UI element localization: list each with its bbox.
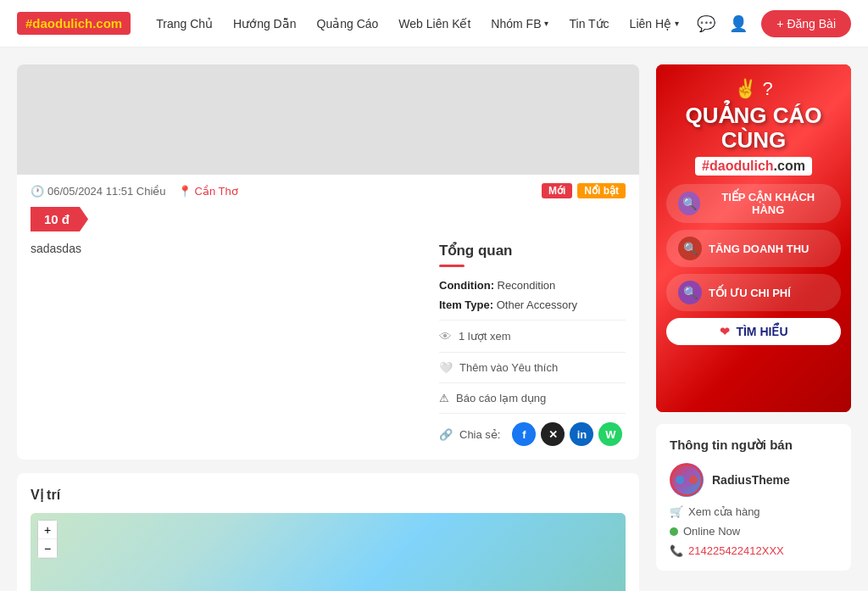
warning-icon: ⚠ [439, 392, 449, 404]
avatar-logo-icon [670, 463, 704, 497]
pin-icon: 📍 [178, 185, 192, 198]
nav-lien-he[interactable]: Liên Hệ [630, 17, 679, 31]
logo-tld: .com [92, 16, 122, 31]
seller-avatar [670, 463, 704, 497]
ad-title: QUẢNG CÁO CÙNG [666, 103, 841, 152]
nav-nhom-fb[interactable]: Nhóm FB [491, 17, 548, 31]
views-stat: 👁 1 lượt xem [439, 329, 626, 343]
listing-date: 🕐 06/05/2024 11:51 Chiều [31, 185, 166, 198]
listing-description: sadasdas [31, 242, 422, 446]
seller-online-status: Online Now [670, 525, 837, 538]
meta-left: 🕐 06/05/2024 11:51 Chiều 📍 Cần Thơ [31, 185, 238, 198]
logo-name: daodulich [32, 16, 92, 31]
user-icon-button[interactable]: 👤 [729, 14, 748, 33]
heart-icon-ad: ❤ [720, 325, 730, 338]
clock-icon: 🕐 [31, 185, 44, 198]
svg-point-2 [676, 476, 684, 484]
main-column: 🕐 06/05/2024 11:51 Chiều 📍 Cần Thơ Mới N… [17, 64, 639, 591]
share-facebook-button[interactable]: f [512, 422, 536, 446]
ad-brand-text: daodulich [709, 159, 774, 173]
listing-body: sadasdas Tổng quan Condition: Reconditio… [17, 242, 639, 446]
listing-badges: Mới Nổi bật [542, 183, 626, 198]
ad-icon-1: 🔍 [678, 192, 700, 215]
badge-moi: Mới [542, 183, 572, 198]
seller-name: RadiusTheme [712, 473, 790, 487]
share-x-button[interactable]: ✕ [541, 422, 565, 446]
listing-overview: Tổng quan Condition: Recondition Item Ty… [439, 242, 626, 446]
report-action[interactable]: ⚠ Báo cáo lạm dụng [439, 392, 626, 404]
ad-content: ✌️ ? QUẢNG CÁO CÙNG #daodulich.com 🔍 TIẾ… [666, 78, 841, 345]
ad-btn-toi-uu[interactable]: 🔍 TỐI ƯU CHI PHÍ [666, 274, 841, 311]
ad-icon-2: 🔍 [678, 237, 702, 260]
logo[interactable]: #daodulich.com [17, 12, 131, 35]
badge-noibat: Nổi bật [577, 183, 626, 198]
seller-card-title: Thông tin người bán [670, 438, 837, 453]
nav-trang-chu[interactable]: Trang Chủ [156, 17, 213, 31]
listing-location: 📍 Cần Thơ [178, 185, 238, 198]
map-zoom-out-button[interactable]: − [38, 539, 57, 558]
nav-huong-dan[interactable]: Hướng Dẫn [233, 17, 296, 31]
map-placeholder: + − [31, 513, 626, 591]
seller-info: RadiusTheme [670, 463, 837, 497]
map-zoom-controls: + − [37, 520, 58, 559]
ad-btn-tang-doanh[interactable]: 🔍 TĂNG DOANH THU [666, 230, 841, 267]
nav-web-lien-ket[interactable]: Web Liên Kết [398, 17, 470, 31]
share-icons: f ✕ in W [512, 422, 622, 446]
header-actions: 💬 👤 + Đăng Bài [697, 10, 851, 37]
share-linkedin-button[interactable]: in [570, 422, 593, 446]
dang-bai-button[interactable]: + Đăng Bài [761, 10, 851, 37]
ad-deco: ✌️ ? [666, 78, 841, 100]
ad-brand: #daodulich.com [695, 157, 812, 176]
listing-meta: 🕐 06/05/2024 11:51 Chiều 📍 Cần Thơ Mới N… [17, 175, 639, 204]
ad-banner: ✌️ ? QUẢNG CÁO CÙNG #daodulich.com 🔍 TIẾ… [656, 64, 851, 412]
online-indicator [670, 527, 678, 536]
page-content: 🕐 06/05/2024 11:51 Chiều 📍 Cần Thơ Mới N… [0, 47, 868, 591]
eye-icon: 👁 [439, 329, 452, 343]
ad-icon-3: 🔍 [678, 281, 702, 304]
condition-row: Condition: Recondition [439, 279, 626, 292]
item-type-row: Item Type: Other Accessory [439, 298, 626, 311]
seller-shop-link[interactable]: 🛒 Xem cửa hàng [670, 505, 837, 518]
price-tag: 10 đ [31, 207, 88, 231]
wishlist-action[interactable]: 🤍 Thêm vào Yêu thích [439, 361, 626, 374]
listing-image [17, 64, 639, 175]
header: #daodulich.com Trang Chủ Hướng Dẫn Quảng… [0, 0, 868, 47]
map-zoom-in-button[interactable]: + [38, 521, 57, 539]
svg-point-3 [689, 476, 698, 484]
shop-icon: 🛒 [670, 505, 683, 518]
listing-card: 🕐 06/05/2024 11:51 Chiều 📍 Cần Thơ Mới N… [17, 64, 639, 460]
ad-btn-find[interactable]: ❤ TÌM HIỂU [666, 318, 841, 345]
main-nav: Trang Chủ Hướng Dẫn Quảng Cáo Web Liên K… [156, 17, 697, 31]
overview-title: Tổng quan [439, 242, 626, 259]
share-row: 🔗 Chia sẻ: f ✕ in W [439, 422, 626, 446]
nav-quang-cao[interactable]: Quảng Cáo [317, 17, 379, 31]
seller-card: Thông tin người bán RadiusTheme 🛒 Xem cử… [656, 424, 851, 571]
chat-icon-button[interactable]: 💬 [697, 14, 715, 33]
share-icon: 🔗 [439, 428, 453, 441]
nav-tin-tuc[interactable]: Tin Tức [569, 17, 609, 31]
heart-icon: 🤍 [439, 361, 453, 374]
seller-phone: 📞 214225422412XXX [670, 544, 837, 557]
ad-btn-tiep-can[interactable]: 🔍 TIẾP CẬN KHÁCH HÀNG [666, 184, 841, 223]
phone-icon: 📞 [670, 544, 683, 557]
map-container: + − [31, 513, 626, 591]
location-section: Vị trí + − [17, 473, 639, 591]
location-title: Vị trí [31, 487, 626, 503]
share-whatsapp-button[interactable]: W [598, 422, 622, 446]
sidebar-column: ✌️ ? QUẢNG CÁO CÙNG #daodulich.com 🔍 TIẾ… [656, 64, 851, 591]
overview-underline [439, 265, 465, 267]
